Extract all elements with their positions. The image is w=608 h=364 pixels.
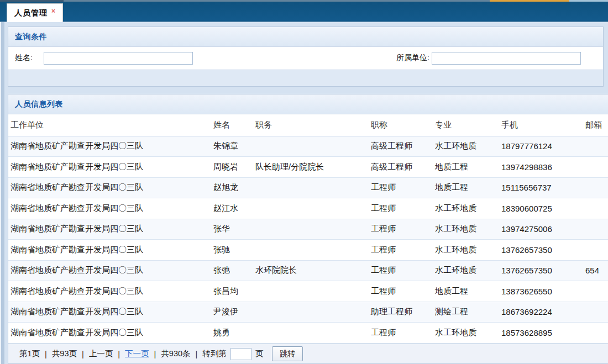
unit-field-label: 所属单位: <box>385 53 429 63</box>
table-cell <box>583 323 608 344</box>
table-cell: 13873626550 <box>499 281 583 302</box>
table-cell <box>253 302 369 323</box>
table-cell: 13974298836 <box>499 157 583 178</box>
name-field-label: 姓名: <box>15 53 41 63</box>
table-cell: 湖南省地质矿产勘查开发局四〇三队 <box>8 157 211 178</box>
pagination-separator: | <box>196 350 198 358</box>
table-cell: 工程师 <box>369 219 433 240</box>
table-row: 湖南省地质矿产勘查开发局四〇三队尹浚伊助理工程师测绘工程18673692224 <box>8 302 608 323</box>
pagination-total-pages: 共93页 <box>52 349 77 359</box>
table-cell: 水工环地质 <box>433 323 499 344</box>
column-header-position: 职务 <box>253 114 369 136</box>
table-row: 湖南省地质矿产勘查开发局四〇三队张驰工程师水工环地质13762657350 <box>8 240 608 261</box>
column-header-work-unit: 工作单位 <box>8 114 211 136</box>
table-cell: 张昌均 <box>211 281 253 302</box>
table-cell <box>253 136 369 157</box>
unit-input[interactable] <box>432 52 581 65</box>
column-header-title: 职称 <box>369 114 433 136</box>
table-row: 湖南省地质矿产勘查开发局四〇三队周晓岩队长助理/分院院长高级工程师地质工程139… <box>8 157 608 178</box>
table-cell: 水环院院长 <box>253 260 369 281</box>
table-cell: 13762657350 <box>499 260 583 281</box>
table-row: 湖南省地质矿产勘查开发局四〇三队张弛水环院院长工程师水工环地质137626573… <box>8 260 608 281</box>
pagination-separator: | <box>118 350 120 358</box>
table-row: 湖南省地质矿产勘查开发局四〇三队张华工程师水工环地质13974275006 <box>8 219 608 240</box>
table-cell <box>583 198 608 219</box>
table-cell <box>583 177 608 198</box>
column-header-email: 邮箱 <box>583 114 608 136</box>
column-header-specialty: 专业 <box>433 114 499 136</box>
table-row: 湖南省地质矿产勘查开发局四〇三队赵旭龙工程师地质工程15115656737 <box>8 177 608 198</box>
query-panel-title: 查询条件 <box>8 27 603 47</box>
table-cell: 18673692224 <box>499 302 583 323</box>
table-cell <box>253 240 369 261</box>
goto-page-input[interactable] <box>230 348 251 360</box>
table-cell <box>253 323 369 344</box>
pagination-current-page: 第1页 <box>19 349 40 359</box>
table-cell: 13974275006 <box>499 219 583 240</box>
table-cell: 工程师 <box>369 240 433 261</box>
table-cell: 18573628895 <box>499 323 583 344</box>
table-cell <box>253 219 369 240</box>
table-cell: 湖南省地质矿产勘查开发局四〇三队 <box>8 302 211 323</box>
table-cell: 水工环地质 <box>433 240 499 261</box>
table-cell: 水工环地质 <box>433 219 499 240</box>
table-cell: 湖南省地质矿产勘查开发局四〇三队 <box>8 240 211 261</box>
table-cell: 姚勇 <box>211 323 253 344</box>
list-panel-title: 人员信息列表 <box>8 94 608 114</box>
table-cell <box>583 219 608 240</box>
table-cell: 周晓岩 <box>211 157 253 178</box>
query-conditions-panel: 查询条件 姓名: 所属单位: <box>8 27 604 87</box>
table-cell: 朱锦章 <box>211 136 253 157</box>
table-row: 湖南省地质矿产勘查开发局四〇三队张昌均工程师地质工程13873626550 <box>8 281 608 302</box>
table-cell: 湖南省地质矿产勘查开发局四〇三队 <box>8 260 211 281</box>
table-body: 湖南省地质矿产勘查开发局四〇三队朱锦章高级工程师水工环地质18797776124… <box>8 136 608 343</box>
column-header-mobile: 手机 <box>499 114 583 136</box>
personnel-list-panel: 人员信息列表 工作单位 姓名 职务 职称 专业 手机 邮箱 湖南省地质矿产勘查开… <box>8 94 608 364</box>
table-cell: 助理工程师 <box>369 302 433 323</box>
table-cell: 测绘工程 <box>433 302 499 323</box>
table-cell: 湖南省地质矿产勘查开发局四〇三队 <box>8 198 211 219</box>
pagination-goto-label: 转到第 <box>202 349 227 359</box>
jump-button[interactable]: 跳转 <box>272 346 303 361</box>
table-cell: 工程师 <box>369 198 433 219</box>
table-cell: 队长助理/分院院长 <box>253 157 369 178</box>
pagination-next-button[interactable]: 下一页 <box>125 349 149 359</box>
query-form-row: 姓名: 所属单位: <box>8 47 603 69</box>
table-cell: 13762657350 <box>499 240 583 261</box>
table-cell: 地质工程 <box>433 157 499 178</box>
pagination-prev-button[interactable]: 上一页 <box>89 349 113 359</box>
tab-personnel-management[interactable]: 人员管理 × <box>7 3 63 22</box>
table-cell <box>583 281 608 302</box>
table-cell: 18797776124 <box>499 136 583 157</box>
table-cell: 湖南省地质矿产勘查开发局四〇三队 <box>8 177 211 198</box>
table-cell: 654 <box>583 260 608 281</box>
table-cell: 湖南省地质矿产勘查开发局四〇三队 <box>8 136 211 157</box>
pagination-bar: 第1页 | 共93页 | 上一页 | 下一页 | 共930条 | 转到第 页 跳… <box>8 344 608 364</box>
table-cell: 15115656737 <box>499 177 583 198</box>
table-cell: 张弛 <box>211 260 253 281</box>
table-cell: 张驰 <box>211 240 253 261</box>
table-row: 湖南省地质矿产勘查开发局四〇三队朱锦章高级工程师水工环地质18797776124 <box>8 136 608 157</box>
table-cell: 湖南省地质矿产勘查开发局四〇三队 <box>8 219 211 240</box>
name-input[interactable] <box>44 52 193 65</box>
table-cell <box>583 302 608 323</box>
table-cell: 水工环地质 <box>433 260 499 281</box>
query-panel-footer <box>8 69 603 86</box>
table-cell <box>253 198 369 219</box>
table-cell: 18390600725 <box>499 198 583 219</box>
table-row: 湖南省地质矿产勘查开发局四〇三队姚勇工程师水工环地质18573628895 <box>8 323 608 344</box>
table-cell: 地质工程 <box>433 281 499 302</box>
table-cell: 高级工程师 <box>369 136 433 157</box>
table-cell: 工程师 <box>369 260 433 281</box>
table-header-row: 工作单位 姓名 职务 职称 专业 手机 邮箱 <box>8 114 608 136</box>
column-header-name: 姓名 <box>211 114 253 136</box>
personnel-table: 工作单位 姓名 职务 职称 专业 手机 邮箱 湖南省地质矿产勘查开发局四〇三队朱… <box>8 114 608 344</box>
tab-close-icon[interactable]: × <box>51 7 55 15</box>
pagination-separator: | <box>45 350 47 358</box>
table-cell: 尹浚伊 <box>211 302 253 323</box>
table-cell <box>253 177 369 198</box>
table-cell: 湖南省地质矿产勘查开发局四〇三队 <box>8 323 211 344</box>
tab-label: 人员管理 <box>14 8 48 18</box>
table-cell: 赵旭龙 <box>211 177 253 198</box>
table-cell: 工程师 <box>369 323 433 344</box>
